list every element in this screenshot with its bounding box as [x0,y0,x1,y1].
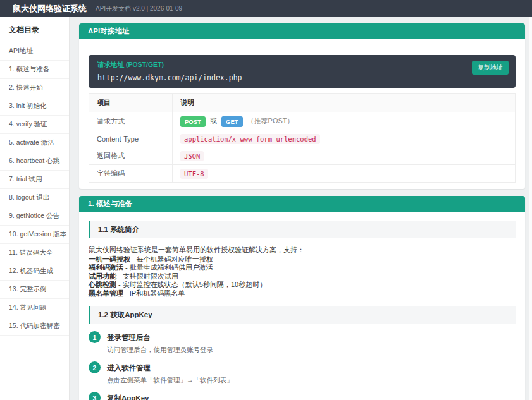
row-label: 字符编码 [89,165,173,183]
sidebar-item-verify[interactable]: 4. verify 验证 [0,116,69,134]
overview-section-header: 1. 概述与准备 [79,196,525,212]
overview-card-body: 1.1 系统简介 鼠大侠网络验证系统是一套简单易用的软件授权验证解决方案，支持：… [79,212,525,400]
appkey-steps: 1 登录管理后台 访问管理后台，使用管理员账号登录 2 进入软件管理 点击左侧菜… [89,331,516,400]
feature-term: 试用功能 [89,272,116,280]
api-address-card-body: 请求地址 (POST/GET) http://www.dkym.com/api/… [79,39,525,189]
table-header-description: 说明 [173,94,516,112]
step-description: 点击左侧菜单「软件管理」→「软件列表」 [107,376,233,385]
feature-desc: - 每个机器码对应唯一授权 [132,255,213,263]
step-enter-software-mgmt: 2 进入软件管理 点击左侧菜单「软件管理」→「软件列表」 [89,361,516,385]
main-content: API对接地址 请求地址 (POST/GET) http://www.dkym.… [79,23,525,400]
feature-line: 试用功能 - 支持限时限次试用 [89,272,516,281]
request-url-label: 请求地址 (POST/GET) [97,61,507,70]
feature-desc: - 实时监控在线状态（默认5秒间隔，10秒超时） [118,281,266,288]
step-title: 复制AppKey [107,392,304,400]
post-method-badge: POST [180,116,206,127]
charset-code: UTF-8 [180,169,208,179]
row-value: application/x-www-form-urlencoded [173,131,516,147]
sidebar-item-machine-code[interactable]: 12. 机器码生成 [0,262,69,281]
row-label: 返回格式 [89,147,173,165]
feature-term: 一机一码授权 [89,255,130,263]
feature-desc: - IP和机器码黑名单 [125,289,185,297]
feature-term: 福利码激活 [89,264,123,271]
step-number-badge: 3 [89,392,101,400]
app-subtitle: API开发文档 v2.0 | 2026-01-09 [96,4,182,13]
sidebar-item-getversion[interactable]: 10. getVersion 版本 [0,226,69,244]
feature-line: 福利码激活 - 批量生成福利码供用户激活 [89,264,516,272]
sidebar: 文档目录 API地址 1. 概述与准备 2. 快速开始 3. init 初始化 … [0,17,70,400]
sidebar-item-trial[interactable]: 7. trial 试用 [0,171,69,189]
table-row-return-format: 返回格式 JSON [89,147,516,165]
step-number-badge: 1 [89,331,101,343]
step-login-admin: 1 登录管理后台 访问管理后台，使用管理员账号登录 [89,331,516,355]
step-body: 进入软件管理 点击左侧菜单「软件管理」→「软件列表」 [107,361,233,385]
sidebar-item-logout[interactable]: 8. logout 退出 [0,189,69,207]
get-method-badge: GET [221,116,243,127]
sidebar-item-error-codes[interactable]: 11. 错误码大全 [0,244,69,262]
row-value: JSON [173,147,516,165]
overview-card: 1. 概述与准备 1.1 系统简介 鼠大侠网络验证系统是一套简单易用的软件授权验… [79,196,525,400]
sidebar-title: 文档目录 [0,17,69,42]
step-title: 登录管理后台 [107,331,213,342]
sidebar-item-encryption[interactable]: 15. 代码加密解密 [0,317,69,336]
row-value: POST 或 GET （推荐POST） [173,112,516,131]
table-header-item: 项目 [89,94,173,112]
sidebar-item-init[interactable]: 3. init 初始化 [0,97,69,116]
api-address-card: API对接地址 请求地址 (POST/GET) http://www.dkym.… [79,23,525,189]
step-number-badge: 2 [89,361,101,373]
sidebar-item-activate[interactable]: 5. activate 激活 [0,134,69,152]
sidebar-item-heartbeat[interactable]: 6. heartbeat 心跳 [0,152,69,171]
subsection-system-intro: 1.1 系统简介 [89,221,516,238]
step-title: 进入软件管理 [107,361,233,373]
row-value: UTF-8 [173,165,516,183]
feature-desc: - 支持限时限次试用 [118,272,178,280]
table-row-charset: 字符编码 UTF-8 [89,165,516,183]
feature-line: 心跳检测 - 实时监控在线状态（默认5秒间隔，10秒超时） [89,281,516,289]
subsection-get-appkey: 1.2 获取AppKey [89,306,516,324]
or-text: 或 [210,117,217,124]
content-type-code: application/x-www-form-urlencoded [180,134,320,144]
copy-url-button[interactable]: 复制地址 [472,61,509,75]
sidebar-item-faq[interactable]: 14. 常见问题 [0,299,69,317]
table-row-content-type: Content-Type application/x-www-form-urle… [89,131,516,147]
api-info-table: 项目 说明 请求方式 POST 或 GET （推荐POST） [89,93,516,183]
scrollbar-track[interactable] [529,17,532,400]
request-url-box: 请求地址 (POST/GET) http://www.dkym.com/api/… [89,55,516,88]
top-header-bar: 鼠大侠网络验证系统 API开发文档 v2.0 | 2026-01-09 [0,0,532,17]
api-address-section-header: API对接地址 [79,23,525,39]
sidebar-nav: API地址 1. 概述与准备 2. 快速开始 3. init 初始化 4. ve… [0,42,69,336]
feature-line: 黑名单管理 - IP和机器码黑名单 [89,289,516,298]
row-label: 请求方式 [89,112,173,131]
sidebar-item-getnotice[interactable]: 9. getNotice 公告 [0,207,69,226]
request-url-value: http://www.dkym.com/api/index.php [97,73,507,82]
step-description: 访问管理后台，使用管理员账号登录 [107,346,213,355]
method-note: （推荐POST） [247,117,294,124]
sidebar-item-quickstart[interactable]: 2. 快速开始 [0,79,69,97]
feature-desc: - 批量生成福利码供用户激活 [125,264,213,271]
sidebar-item-full-example[interactable]: 13. 完整示例 [0,281,69,299]
step-body: 登录管理后台 访问管理后台，使用管理员账号登录 [107,331,213,355]
feature-term: 心跳检测 [89,281,116,288]
return-format-code: JSON [180,151,204,161]
table-row-request-method: 请求方式 POST 或 GET （推荐POST） [89,112,516,131]
step-copy-appkey: 3 复制AppKey 在软件列表中找到您的软件，点击AppKey即可复制（32位… [89,392,516,400]
step-body: 复制AppKey 在软件列表中找到您的软件，点击AppKey即可复制（32位字符… [107,392,304,400]
system-intro-text: 鼠大侠网络验证系统是一套简单易用的软件授权验证解决方案，支持： [89,246,516,255]
sidebar-item-api-address[interactable]: API地址 [0,42,69,61]
feature-term: 黑名单管理 [89,289,123,297]
row-label: Content-Type [89,131,173,147]
sidebar-item-overview[interactable]: 1. 概述与准备 [0,61,69,79]
feature-line: 一机一码授权 - 每个机器码对应唯一授权 [89,255,516,264]
app-title: 鼠大侠网络验证系统 [13,3,87,15]
table-header-row: 项目 说明 [89,94,516,112]
